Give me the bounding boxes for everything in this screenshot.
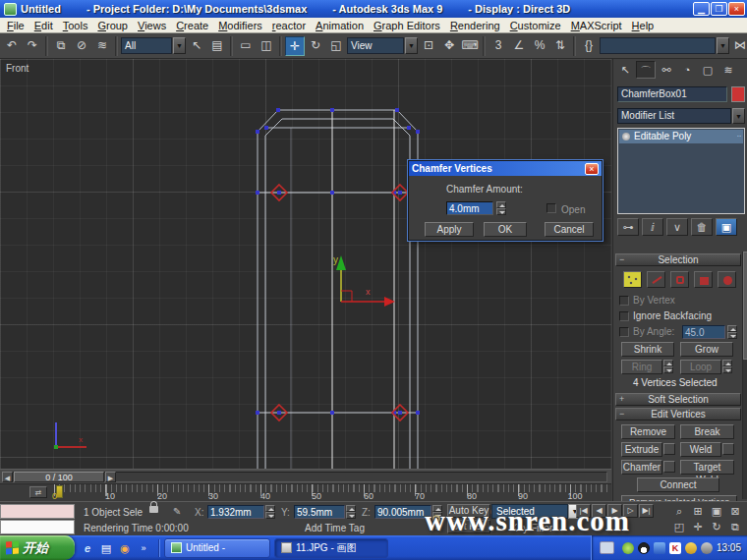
shrink-button[interactable]: Shrink <box>621 342 674 357</box>
target-weld-button[interactable]: Target Weld <box>680 460 734 475</box>
tab-modify-icon[interactable]: ⌒ <box>636 61 656 79</box>
weld-button[interactable]: Weld <box>680 442 721 457</box>
select-and-manipulate-icon[interactable]: ✥ <box>439 36 459 56</box>
grow-button[interactable]: Grow <box>680 342 733 357</box>
by-vertex-checkbox[interactable] <box>619 296 629 306</box>
mirror-icon[interactable]: ⋈ <box>730 36 747 56</box>
window-crossing-icon[interactable]: ◫ <box>257 36 276 56</box>
ok-button[interactable]: OK <box>484 222 527 237</box>
menu-rendering[interactable]: Rendering <box>445 20 505 31</box>
menu-edit[interactable]: Edit <box>29 20 58 31</box>
zoom-icon[interactable]: ⌕ <box>670 504 688 519</box>
select-by-name-icon[interactable]: ▤ <box>207 36 227 56</box>
start-button[interactable]: 开始 <box>0 535 75 560</box>
vertex-mode-icon[interactable] <box>623 271 642 288</box>
media-player-icon[interactable]: ◉ <box>118 541 132 555</box>
menu-file[interactable]: File <box>2 20 29 31</box>
polygon-mode-icon[interactable] <box>694 271 713 288</box>
move-gizmo[interactable]: y x <box>333 254 395 307</box>
rectangular-selection-region-icon[interactable]: ▭ <box>236 36 256 56</box>
make-unique-icon[interactable]: ∨ <box>666 218 688 236</box>
selection-lock-icon[interactable] <box>149 506 158 513</box>
pin-stack-icon[interactable]: ⊶ <box>617 218 639 236</box>
rollout-selection[interactable]: − Selection <box>615 253 741 266</box>
connect-button[interactable]: Connect <box>637 477 719 492</box>
bind-to-spacewarp-icon[interactable]: ≋ <box>92 36 112 56</box>
menu-group[interactable]: Group <box>92 20 133 31</box>
redo-icon[interactable]: ↷ <box>23 36 42 56</box>
select-and-rotate-icon[interactable]: ↻ <box>306 36 325 56</box>
menu-modifiers[interactable]: Modifiers <box>213 20 267 31</box>
minimize-button[interactable]: ▁ <box>693 2 710 16</box>
remove-button[interactable]: Remove <box>621 424 675 439</box>
reference-coordinate-dropdown[interactable]: View <box>347 37 404 54</box>
window-titlebar[interactable]: Untitled - Project Folder: D:\My Documen… <box>0 0 747 18</box>
cancel-button[interactable]: Cancel <box>545 222 594 237</box>
unlink-selection-icon[interactable]: ⊘ <box>72 36 91 56</box>
object-name-field[interactable]: ChamferBox01 <box>617 86 727 102</box>
stack-visibility-icon[interactable] <box>622 133 630 140</box>
menu-create[interactable]: Create <box>171 20 213 31</box>
named-selection-dropdown[interactable] <box>600 37 716 54</box>
clock[interactable]: 13:05 <box>717 542 741 553</box>
maximize-button[interactable]: ❐ <box>711 2 727 16</box>
x-coord-spinner[interactable] <box>265 505 275 519</box>
select-and-link-icon[interactable]: ⧉ <box>51 36 71 56</box>
go-to-end-icon[interactable]: ▶| <box>639 504 654 518</box>
by-angle-input[interactable]: 45.0 <box>682 325 725 339</box>
loop-button[interactable]: Loop <box>680 360 721 374</box>
stack-subtree-icons[interactable]: ∙∙ <box>737 130 741 143</box>
snap-3d-icon[interactable]: 3 <box>488 36 508 56</box>
menu-help[interactable]: Help <box>627 20 660 31</box>
open-checkbox[interactable] <box>546 203 556 213</box>
internet-explorer-icon[interactable]: e <box>81 541 94 555</box>
maxscript-mini-listener[interactable] <box>0 520 75 534</box>
time-marker[interactable] <box>56 485 63 498</box>
rollout-soft-selection[interactable]: + Soft Selection <box>615 393 741 406</box>
by-angle-spinner[interactable] <box>727 325 737 339</box>
tab-utilities-icon[interactable]: ≋ <box>718 61 738 79</box>
zoom-all-icon[interactable]: ⊞ <box>689 504 707 519</box>
menu-views[interactable]: Views <box>133 20 171 31</box>
keyboard-override-icon[interactable]: ⌨ <box>460 36 480 56</box>
panel-scrollbar-thumb[interactable] <box>743 252 747 360</box>
chamfer-amount-spinner[interactable] <box>496 201 506 215</box>
border-mode-icon[interactable] <box>670 271 689 288</box>
edge-mode-icon[interactable] <box>647 271 665 288</box>
tray-icon-green[interactable] <box>622 542 634 554</box>
dialog-close-icon[interactable]: × <box>585 163 599 175</box>
ring-spinner[interactable] <box>663 360 673 373</box>
selection-filter-arrow-icon[interactable]: ▼ <box>173 37 186 54</box>
next-frame-icon[interactable]: ▶ <box>105 472 116 482</box>
zoom-extents-all-icon[interactable]: ⊠ <box>726 504 744 519</box>
configure-modifier-sets-icon[interactable]: ▣ <box>716 218 737 236</box>
z-coord-field[interactable]: 90.005mm <box>374 505 431 519</box>
viewport-front[interactable]: Front <box>0 59 611 469</box>
stack-item-editable-poly[interactable]: Editable Poly ∙∙ <box>619 130 743 143</box>
percent-snap-icon[interactable]: % <box>530 36 549 56</box>
named-selection-arrow-icon[interactable]: ▼ <box>717 37 729 54</box>
x-coord-field[interactable]: 1.932mm <box>207 505 264 519</box>
edit-named-sets-icon[interactable]: {} <box>579 36 599 56</box>
track-bar[interactable]: ⇄ 0 10 20 30 40 50 60 70 80 90 100 <box>0 483 611 501</box>
remove-modifier-icon[interactable]: 🗑 <box>691 218 713 236</box>
show-desktop-icon[interactable]: ▤ <box>99 541 113 555</box>
panel-scrollbar[interactable] <box>742 252 747 499</box>
tab-create-icon[interactable]: ↖ <box>615 61 635 79</box>
viewport-canvas[interactable]: y x x <box>0 59 611 469</box>
object-color-swatch[interactable] <box>731 86 745 102</box>
language-indicator[interactable] <box>600 541 614 554</box>
region-zoom-icon[interactable]: ◰ <box>670 520 688 534</box>
extrude-button[interactable]: Extrude <box>621 442 662 457</box>
prev-frame-icon[interactable]: ◀ <box>2 472 13 482</box>
zoom-extents-icon[interactable]: ▣ <box>708 504 725 519</box>
select-object-icon[interactable]: ↖ <box>187 36 206 56</box>
tray-icon-k[interactable]: K <box>669 542 681 554</box>
tray-icon-qq[interactable] <box>638 542 650 554</box>
ring-button[interactable]: Ring <box>621 360 662 374</box>
show-end-result-icon[interactable]: ⅈ <box>642 218 663 236</box>
undo-icon[interactable]: ↶ <box>2 36 22 56</box>
tab-motion-icon[interactable]: ◔ <box>677 61 697 79</box>
use-pivot-center-icon[interactable]: ⊡ <box>419 36 438 56</box>
loop-spinner[interactable] <box>722 360 732 373</box>
